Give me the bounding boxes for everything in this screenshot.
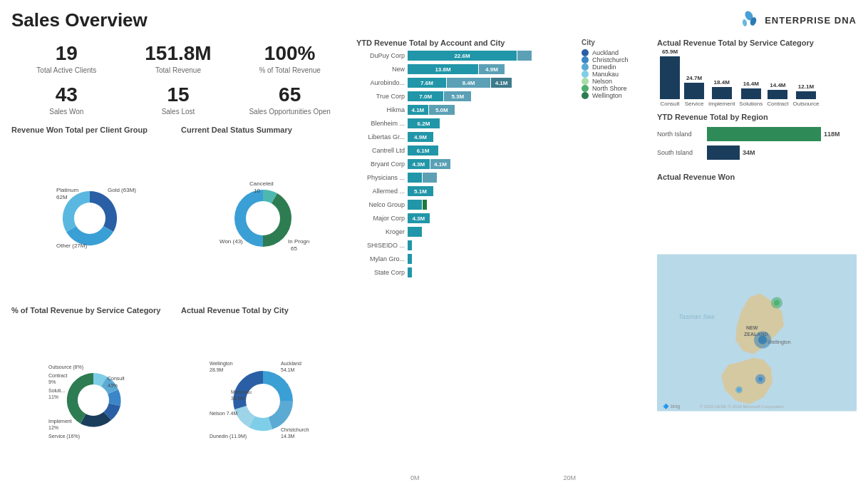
kpi-active-clients: 19 Total Active Clients — [11, 39, 122, 78]
val-consult: 43% — [108, 383, 118, 388]
kpi-section: 19 Total Active Clients 151.8M Total Rev… — [11, 39, 345, 120]
kpi-value-sales-won: 43 — [14, 84, 119, 106]
kpi-pct-revenue: 100% % of Total Revenue — [234, 39, 345, 78]
label-service: Service (16%) — [48, 434, 80, 439]
bar-track: 7.6M8.4M4.1M — [408, 78, 576, 88]
service-bar-rect — [796, 91, 816, 99]
val-auckland: 54.1M — [281, 367, 295, 372]
bar-row: Hikma4.1M5.0M — [356, 104, 576, 116]
service-bar-value: 12.1M — [798, 83, 814, 90]
label-contract: Contract — [48, 373, 68, 378]
here-watermark: © 2016 HERE © 2016 Microsoft Corporation — [700, 404, 784, 409]
service-bar-value: 18.4M — [714, 79, 730, 86]
bar-row-label: Libertas Gr... — [356, 133, 408, 141]
val-implement: 12% — [48, 425, 58, 430]
donut3-hole — [78, 384, 109, 416]
legend-dot — [582, 92, 589, 99]
bar-row: Bryant Corp4.3M4.1M — [356, 158, 576, 170]
donut1-label-gold: Gold (63M) — [108, 187, 136, 193]
bar-row: Major Corp4.3M — [356, 213, 576, 224]
bar-segment — [423, 173, 437, 183]
legend-dot — [582, 49, 589, 56]
bar-row-label: Allermed ... — [356, 188, 408, 195]
bar-row: Blenheim ...6.2M — [356, 118, 576, 129]
bar-row-label: Mylan Gro... — [356, 255, 408, 262]
donut2-label-canceled: Canceled — [249, 180, 274, 187]
bar-row: SHISEIDO ... — [356, 240, 576, 251]
service-bar-col: 18.4MImplement — [708, 79, 735, 107]
donut3-svg: Outsource (8%) Contract 9% Soluti... 11%… — [47, 359, 140, 441]
service-category-chart: Actual Revenue Total by Service Category… — [657, 39, 857, 107]
service-bar-rect — [741, 88, 761, 99]
service-bar-value: 65.9M — [662, 49, 678, 55]
bar-row-label: State Corp — [356, 269, 408, 276]
service-category-title: Actual Revenue Total by Service Category — [657, 39, 857, 47]
service-bar-col: 65.9MConsult — [660, 49, 680, 107]
legend-item: Auckland — [582, 49, 646, 56]
legend-label: Wellington — [592, 92, 622, 99]
bar-track — [408, 227, 576, 237]
bar-track: 4.3M — [408, 213, 576, 223]
service-bar-label: Consult — [660, 101, 679, 107]
label-manukau: Manukau — [231, 389, 252, 394]
legend-label: Manukau — [592, 71, 619, 78]
bar-row: True Corp7.0M5.3M — [356, 91, 576, 102]
service-bar-value: 24.7M — [686, 75, 702, 81]
bar-segment: 6.1M — [408, 146, 438, 155]
bar-segment: 7.6M — [408, 78, 446, 88]
pct-revenue-chart: % of Total Revenue by Service Category O… — [11, 306, 175, 481]
bar-track — [408, 267, 576, 277]
service-bar-col: 24.7MService — [684, 75, 704, 107]
legend-dot — [582, 85, 589, 92]
deal-status-donut: Canceled 10 Won (43) In Progress 65 — [181, 137, 345, 301]
legend-item: Manukau — [582, 71, 646, 78]
logo-text: ENTERPRISE DNA — [765, 15, 857, 26]
city-legend-items: AucklandChristchurchDunedinManukauNelson… — [582, 49, 646, 99]
ytd-section: YTD Revenue Total by Account and City Du… — [351, 39, 651, 481]
label-christchurch: Christchurch — [281, 427, 309, 432]
bar-segment: 8.4M — [447, 78, 490, 88]
bar-segment — [408, 240, 412, 250]
bar-row-label: True Corp — [356, 93, 408, 100]
bar-row: DuPuy Corp22.6M — [356, 50, 576, 61]
dashboard: Sales Overview ENTERPRISE DNA 19 Total A… — [0, 0, 868, 490]
bar-segment — [408, 173, 422, 183]
bing-watermark: 🔷 bing — [663, 403, 680, 409]
service-bar-rect — [712, 87, 732, 99]
kpi-value-opportunities: 65 — [237, 84, 342, 106]
donut1-label-other: Other (27M) — [56, 243, 87, 249]
revenue-city-chart: Actual Revenue Total by City — [181, 306, 345, 481]
legend-item: Dunedin — [582, 63, 646, 71]
kpi-label-sales-won: Sales Won — [14, 108, 119, 116]
map-title: Actual Revenue Won — [657, 173, 857, 181]
bar-track: 4.9M — [408, 132, 576, 142]
svg-point-2 — [742, 19, 748, 27]
donut2-svg: Canceled 10 Won (43) In Progress 65 — [217, 175, 309, 261]
kpi-value-pct-revenue: 100% — [237, 43, 342, 65]
service-bar-value: 14.4M — [770, 82, 785, 88]
ytd-bar-chart-area: DuPuy Corp22.6MNew13.8M4.9MAurobindo...7… — [356, 50, 576, 473]
bar-track: 4.3M4.1M — [408, 159, 576, 169]
bar-row-label: DuPuy Corp — [356, 52, 408, 59]
region-value: 34M — [743, 149, 755, 156]
bar-row-label: SHISEIDO ... — [356, 242, 408, 249]
bar-row-label: Hikma — [356, 106, 408, 113]
val-soluti: 11% — [48, 394, 58, 399]
bar-row-label: Kroger — [356, 228, 408, 235]
donut2-label-inprogress: In Progress — [288, 238, 309, 245]
service-bar-label: Solutions — [739, 101, 763, 107]
bar-segment: 4.1M — [430, 159, 451, 169]
legend-label: Auckland — [592, 49, 619, 56]
region-bars: North Island118MSouth Island34M — [657, 124, 857, 167]
legend-item: Nelson — [582, 78, 646, 85]
bar-row: Allermed ...5.1M — [356, 185, 576, 197]
bar-row: Cantrell Ltd6.1M — [356, 145, 576, 156]
val-wellington: 28.9M — [210, 367, 224, 372]
service-bar-label: Service — [685, 101, 704, 107]
bar-track: 22.6M — [408, 51, 576, 61]
kpi-label-sales-lost: Sales Lost — [126, 108, 231, 116]
bar-row: Physicians ... — [356, 172, 576, 183]
bar-track: 4.1M5.0M — [408, 105, 576, 115]
bar-segment: 5.3M — [444, 91, 471, 101]
bar-track: 6.2M — [408, 118, 576, 128]
